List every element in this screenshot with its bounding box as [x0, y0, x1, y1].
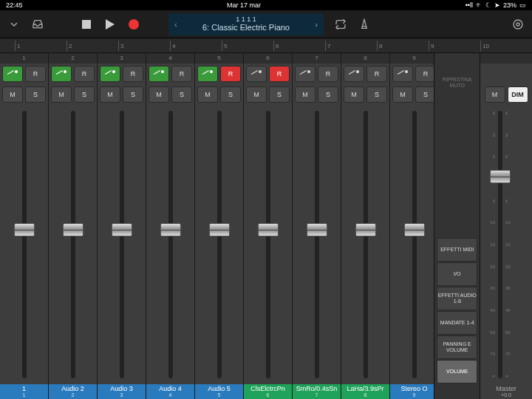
prev-track-button[interactable]: ‹	[174, 20, 177, 29]
channel-number: 6	[244, 53, 292, 64]
solo-button[interactable]: S	[74, 86, 95, 103]
volume-fader[interactable]	[168, 111, 173, 378]
next-track-button[interactable]: ›	[315, 20, 318, 29]
record-button[interactable]	[127, 18, 140, 31]
input-route-button[interactable]	[246, 66, 267, 82]
record-enable-button[interactable]: R	[74, 66, 95, 82]
cycle-icon[interactable]	[334, 18, 347, 31]
channel-label[interactable]: Audio 55	[195, 384, 243, 399]
ruler-mark: 6	[276, 43, 279, 50]
solo-button[interactable]: S	[171, 86, 192, 103]
channel-label[interactable]: Audio 22	[49, 384, 97, 399]
master-value: +0.0	[480, 392, 532, 398]
channel-number: 3	[98, 53, 146, 64]
record-enable-button[interactable]: R	[220, 66, 241, 82]
input-route-button[interactable]	[2, 66, 23, 82]
mute-button[interactable]: M	[149, 86, 169, 103]
view-selector-button[interactable]: I/O	[437, 262, 477, 286]
channel-number: 1	[0, 53, 48, 64]
lcd-display: ‹ 1 1 1 1 6: Classic Electric Piano ›	[168, 13, 324, 35]
mute-button[interactable]: M	[392, 86, 413, 103]
record-enable-button[interactable]: R	[123, 66, 143, 82]
solo-button[interactable]: S	[123, 86, 143, 103]
channel-label[interactable]: SmRo/0.4sSn7	[293, 384, 341, 399]
volume-fader[interactable]	[266, 111, 270, 378]
solo-button[interactable]: S	[269, 86, 290, 103]
volume-fader[interactable]	[412, 111, 417, 378]
volume-fader[interactable]	[217, 111, 222, 378]
lcd-track[interactable]: 6: Classic Electric Piano	[202, 23, 290, 33]
channel-strip: 1RMS11	[0, 53, 49, 399]
mute-button[interactable]: M	[246, 86, 267, 103]
mute-button[interactable]: M	[100, 86, 120, 103]
solo-button[interactable]: S	[415, 86, 434, 103]
channel-number: 8	[341, 53, 389, 64]
master-mute-button[interactable]: M	[485, 86, 505, 103]
mute-button[interactable]: M	[344, 86, 364, 103]
master-fader[interactable]	[498, 111, 502, 378]
solo-button[interactable]: S	[366, 86, 387, 103]
record-enable-button[interactable]: R	[366, 66, 387, 82]
inbox-icon[interactable]	[31, 18, 44, 31]
master-channel: M DIM 6303610152030405070∞ 6303610152030…	[480, 53, 532, 399]
channel-label[interactable]: LaHa/3.9sPr8	[341, 384, 389, 399]
play-button[interactable]	[103, 18, 117, 31]
mute-button[interactable]: M	[2, 86, 23, 103]
signal-icon: ••ll	[466, 1, 473, 9]
volume-fader[interactable]	[364, 111, 368, 378]
input-route-button[interactable]	[392, 66, 413, 82]
input-route-button[interactable]	[149, 66, 169, 82]
master-label: Master	[480, 386, 532, 392]
volume-fader[interactable]	[315, 111, 319, 378]
record-enable-button[interactable]: R	[415, 66, 434, 82]
timeline-ruler[interactable]: 12345678910	[0, 38, 532, 53]
view-selector-button[interactable]: EFFETTI MIDI	[437, 238, 477, 262]
channel-label[interactable]: Audio 33	[98, 384, 146, 399]
volume-fader[interactable]	[22, 111, 27, 378]
channel-strip: 7RMSSmRo/0.4sSn7	[293, 53, 341, 399]
battery-percent: 23%	[503, 1, 516, 9]
channel-strip: 8RMSLaHa/3.9sPr8	[341, 53, 390, 399]
input-route-button[interactable]	[344, 66, 364, 82]
view-selector-button[interactable]: EFFETTI AUDIO 1-8	[437, 287, 477, 310]
channel-strip: 5RMSAudio 55	[195, 53, 244, 399]
view-selector-button[interactable]: VOLUME	[437, 360, 477, 383]
channel-label[interactable]: Audio 44	[146, 384, 194, 399]
ruler-mark: 2	[69, 43, 72, 50]
input-route-button[interactable]	[295, 66, 316, 82]
input-route-button[interactable]	[51, 66, 72, 82]
settings-icon[interactable]	[511, 18, 525, 31]
mute-button[interactable]: M	[197, 86, 218, 103]
record-enable-button[interactable]: R	[25, 66, 46, 82]
mute-button[interactable]: M	[295, 86, 316, 103]
status-bar: 22:45 Mar 17 mar ••ll ᯤ ☾ ➤ 23% ▭	[0, 0, 532, 10]
restore-mute-button[interactable]: RIPRISTINA MUTO	[434, 53, 480, 112]
input-route-button[interactable]	[100, 66, 120, 82]
channel-label[interactable]: Stereo O9	[390, 384, 434, 399]
location-icon: ➤	[494, 1, 500, 9]
channel-strip: 3RMSAudio 33	[98, 53, 146, 399]
channel-number: 5	[195, 53, 243, 64]
volume-fader[interactable]	[120, 111, 124, 378]
record-enable-button[interactable]: R	[171, 66, 192, 82]
volume-fader[interactable]	[71, 111, 75, 378]
channel-label[interactable]: ClsElctrcPn6	[244, 384, 292, 399]
mute-button[interactable]: M	[51, 86, 72, 103]
input-route-button[interactable]	[197, 66, 218, 82]
solo-button[interactable]: S	[25, 86, 46, 103]
solo-button[interactable]: S	[220, 86, 241, 103]
record-enable-button[interactable]: R	[269, 66, 290, 82]
sidebar: RIPRISTINA MUTO EFFETTI MIDII/OEFFETTI A…	[434, 53, 480, 399]
stop-button[interactable]	[80, 18, 93, 31]
view-selector-button[interactable]: PANNING E VOLUME	[437, 335, 477, 359]
ruler-mark: 9	[431, 43, 434, 50]
metronome-icon[interactable]	[358, 18, 371, 31]
solo-button[interactable]: S	[318, 86, 338, 103]
view-selector-button[interactable]: MANDATE 1-4	[437, 311, 477, 335]
channel-label[interactable]: 11	[0, 384, 48, 399]
wifi-icon: ᯤ	[476, 1, 482, 9]
chevron-down-icon[interactable]	[7, 18, 21, 31]
master-dim-button[interactable]: DIM	[508, 86, 528, 103]
record-enable-button[interactable]: R	[318, 66, 338, 82]
ruler-mark: 7	[327, 43, 330, 50]
